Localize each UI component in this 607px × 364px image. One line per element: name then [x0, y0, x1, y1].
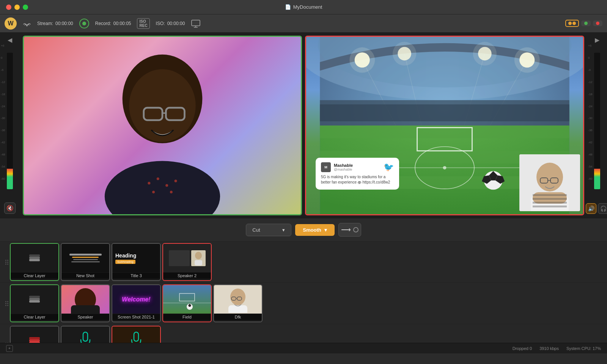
right-vu-meter: ▶ +6 0 -6 -12 -18 -24 -30 -36 -42 -48 -5… — [587, 33, 607, 218]
record-info: Record: 00:00:05 — [95, 21, 131, 26]
svg-point-24 — [473, 42, 497, 65]
right-vu-fill — [594, 169, 600, 189]
iso-time: 00:00:00 — [167, 21, 185, 26]
layout-btn-1[interactable] — [565, 20, 579, 27]
minimize-button[interactable] — [14, 5, 20, 10]
heading-subtitle: Subheading — [115, 260, 135, 264]
preview-panels: M Mashable @mashable 🐦 5G is making it's… — [20, 33, 587, 218]
smooth-button[interactable]: Smooth ▾ — [295, 224, 334, 236]
cut-select[interactable]: Cut ▾ — [246, 224, 291, 236]
heading-title: Heading — [115, 253, 136, 259]
drag-dots-3 — [5, 264, 8, 265]
layout-btn-2[interactable] — [581, 20, 591, 26]
scene-system-audio[interactable]: System Audio Capt. — [61, 326, 110, 343]
mic-icon-system — [79, 331, 92, 343]
scene-builtin-mic[interactable]: Built-in Microphone — [112, 326, 161, 343]
tweet-handle: @mashable — [334, 168, 353, 171]
scene-title-3[interactable]: Heading Subheading Title 3 — [112, 243, 161, 281]
left-vu-labels: +6 0 -6 -12 -18 -24 -30 -36 -42 -48 -54 … — [1, 44, 5, 180]
clear-layer-2-label: Clear Layer — [11, 314, 58, 320]
scenes-container: Clear Layer New Shot Heading — [0, 241, 607, 343]
pip-person-svg — [519, 154, 580, 211]
document-icon: 📄 — [285, 4, 291, 10]
right-vu-track — [594, 53, 600, 189]
twitter-bird-icon: 🐦 — [384, 162, 394, 172]
svg-point-5 — [129, 69, 196, 142]
scene-clear-layer-2[interactable]: Clear Layer — [10, 284, 59, 322]
cpu-label: System CPU: — [566, 346, 591, 351]
logo-button[interactable]: W — [5, 17, 17, 30]
svg-rect-57 — [195, 260, 202, 265]
preview-preview: M Mashable @mashable 🐦 5G is making it's… — [305, 36, 584, 215]
scene-dfk[interactable]: Dfk — [213, 284, 263, 322]
record-indicator[interactable] — [79, 19, 89, 28]
scene-screenshot-2021[interactable]: Welcome! Screen Shot 2021-1 — [112, 284, 161, 322]
maximize-button[interactable] — [23, 5, 28, 10]
stream-label: Stream: — [37, 21, 53, 26]
speaker-audio-btn[interactable]: 🔊 — [586, 203, 596, 214]
clear-layer-1-thumb — [11, 244, 58, 272]
bitrate-value: 3910 kbps — [539, 346, 559, 351]
arrow-circle — [353, 227, 359, 232]
scene-clear-layer-1[interactable]: Clear Layer — [10, 243, 59, 281]
left-collapse-arrow[interactable]: ◀ — [8, 36, 12, 44]
svg-rect-74 — [29, 337, 40, 339]
system-audio-thumb — [61, 326, 109, 343]
main-content: ◀ +6 0 -6 -12 -18 -24 -30 -36 -42 -48 -5… — [0, 33, 607, 353]
field-svg — [163, 286, 211, 313]
svg-rect-72 — [29, 342, 40, 343]
status-bar: + Dropped 0 3910 kbps System CPU: 17% — [0, 343, 607, 353]
stream-time: 00:00:00 — [55, 21, 73, 26]
layers-stack-icon — [28, 251, 41, 265]
layout-btn-3[interactable] — [593, 20, 602, 26]
iso-badge: ISOREC — [137, 18, 149, 29]
new-shot-thumb — [61, 244, 109, 272]
scene-row-1: Clear Layer New Shot Heading — [0, 241, 607, 282]
right-collapse-arrow[interactable]: ▶ — [595, 36, 599, 44]
builtin-mic-thumb — [112, 326, 160, 343]
drag-dots-2 — [5, 262, 8, 263]
left-mute-btn[interactable]: 🔇 — [4, 202, 16, 214]
left-vu-fill — [7, 169, 13, 189]
orange-dot-2 — [572, 22, 576, 25]
left-vu-meter: ◀ +6 0 -6 -12 -18 -24 -30 -36 -42 -48 -5… — [0, 33, 20, 218]
drag-dots-5 — [5, 303, 8, 304]
svg-point-56 — [195, 252, 202, 259]
scene-field[interactable]: Field — [162, 284, 212, 322]
left-vu-track — [7, 53, 13, 189]
headphone-btn[interactable]: 🎧 — [598, 203, 607, 214]
svg-point-9 — [105, 161, 220, 214]
row-2-drag-handle[interactable] — [4, 300, 10, 307]
scene-speaker-2[interactable]: Speaker 2 — [162, 243, 212, 281]
svg-rect-52 — [533, 206, 567, 207]
window-controls — [6, 5, 28, 10]
row-3-drag-handle[interactable] — [4, 342, 10, 343]
dropped-value: 0 — [530, 346, 532, 351]
newshot-bar-3 — [73, 259, 98, 260]
transition-arrow-btn[interactable]: ⟶ — [338, 223, 361, 237]
mute-icon: 🔇 — [4, 202, 16, 214]
smooth-label: Smooth — [303, 227, 321, 233]
iso-info: ISO: 00:00:00 — [156, 21, 185, 26]
svg-rect-54 — [29, 257, 40, 259]
svg-rect-53 — [29, 259, 40, 261]
scene-items-row-1: Clear Layer New Shot Heading — [10, 243, 212, 281]
dfk-person-svg — [225, 286, 251, 313]
scene-new-shot[interactable]: New Shot — [61, 243, 110, 281]
row-1-drag-handle[interactable] — [4, 259, 10, 265]
mic-icon-builtin — [129, 331, 143, 343]
scene-items-row-3: Clear Layer System Audio Capt. — [10, 326, 161, 343]
display-icon — [191, 19, 201, 28]
add-scene-btn[interactable]: + — [6, 345, 13, 352]
scene-clear-layer-3[interactable]: Clear Layer — [10, 326, 59, 343]
tweet-name: Mashable — [334, 163, 353, 168]
welcome-text: Welcome! — [122, 296, 150, 303]
status-bar-left: + — [6, 345, 13, 352]
close-button[interactable] — [6, 5, 11, 10]
svg-point-0 — [27, 25, 28, 26]
sp2-person-icon — [193, 251, 204, 265]
clear-layer-3-thumb — [11, 326, 58, 343]
scene-speaker[interactable]: Speaker — [61, 284, 110, 322]
person-left-svg — [24, 37, 301, 214]
svg-rect-62 — [71, 305, 100, 314]
